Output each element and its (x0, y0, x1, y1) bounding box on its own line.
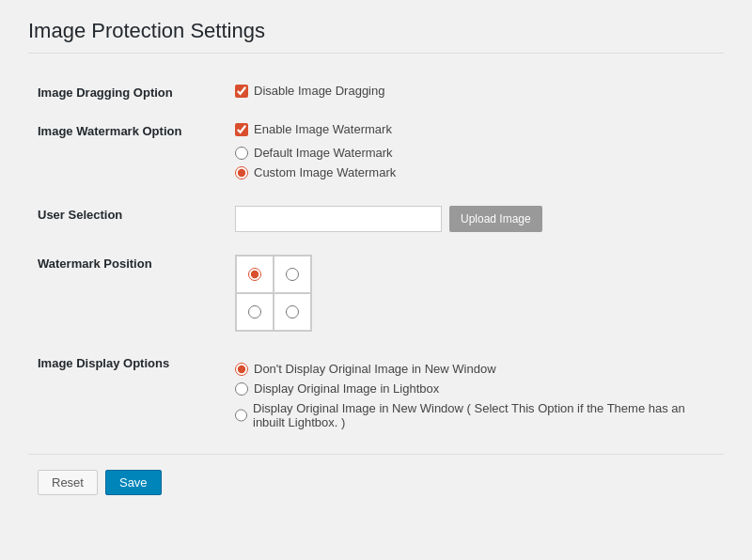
disable-dragging-checkbox-label[interactable]: Disable Image Dragging (235, 84, 714, 98)
save-button[interactable]: Save (105, 470, 162, 495)
position-tl-radio[interactable] (248, 268, 261, 281)
default-watermark-label: Default Image Watermark (254, 146, 393, 160)
user-selection-label: User Selection (28, 194, 216, 243)
watermark-position-grid (235, 255, 312, 332)
position-bottom-left[interactable] (236, 293, 274, 331)
position-top-right[interactable] (274, 256, 311, 293)
image-dragging-label: Image Dragging Option (28, 72, 216, 111)
reset-button[interactable]: Reset (38, 470, 98, 495)
upload-image-button[interactable]: Upload Image (449, 206, 542, 232)
custom-watermark-label: Custom Image Watermark (254, 165, 396, 179)
image-watermark-label: Image Watermark Option (28, 111, 216, 194)
position-bottom-right[interactable] (274, 293, 311, 331)
display-lightbox-radio[interactable] (235, 382, 248, 396)
enable-watermark-text: Enable Image Watermark (254, 122, 392, 136)
display-new-window-option[interactable]: Display Original Image in New Window ( S… (235, 401, 714, 429)
image-display-label: Image Display Options (28, 343, 216, 444)
disable-dragging-text: Disable Image Dragging (254, 84, 384, 98)
display-no-new-window-option[interactable]: Don't Display Original Image in New Wind… (235, 362, 714, 376)
display-lightbox-option[interactable]: Display Original Image in Lightbox (235, 381, 714, 396)
watermark-position-label: Watermark Position (28, 243, 216, 343)
display-new-window-radio[interactable] (235, 409, 247, 422)
display-new-window-label: Display Original Image in New Window ( S… (253, 401, 714, 429)
page-title: Image Protection Settings (28, 19, 724, 54)
position-bl-radio[interactable] (248, 305, 261, 319)
position-top-left[interactable] (236, 256, 274, 293)
enable-watermark-checkbox-label[interactable]: Enable Image Watermark (235, 122, 714, 136)
display-no-new-window-label: Don't Display Original Image in New Wind… (254, 362, 496, 376)
custom-watermark-option[interactable]: Custom Image Watermark (235, 165, 714, 179)
enable-watermark-checkbox[interactable] (235, 123, 248, 136)
position-br-radio[interactable] (286, 305, 299, 319)
user-selection-row: Upload Image (235, 206, 714, 232)
position-tr-radio[interactable] (286, 268, 299, 281)
form-footer: Reset Save (28, 454, 724, 510)
custom-watermark-radio[interactable] (235, 166, 248, 179)
display-lightbox-label: Display Original Image in Lightbox (254, 381, 439, 396)
image-display-options: Don't Display Original Image in New Wind… (235, 362, 714, 433)
default-watermark-option[interactable]: Default Image Watermark (235, 146, 714, 160)
default-watermark-radio[interactable] (235, 147, 248, 160)
user-selection-input[interactable] (235, 206, 442, 232)
disable-dragging-checkbox[interactable] (235, 85, 248, 98)
display-no-new-window-radio[interactable] (235, 363, 248, 376)
